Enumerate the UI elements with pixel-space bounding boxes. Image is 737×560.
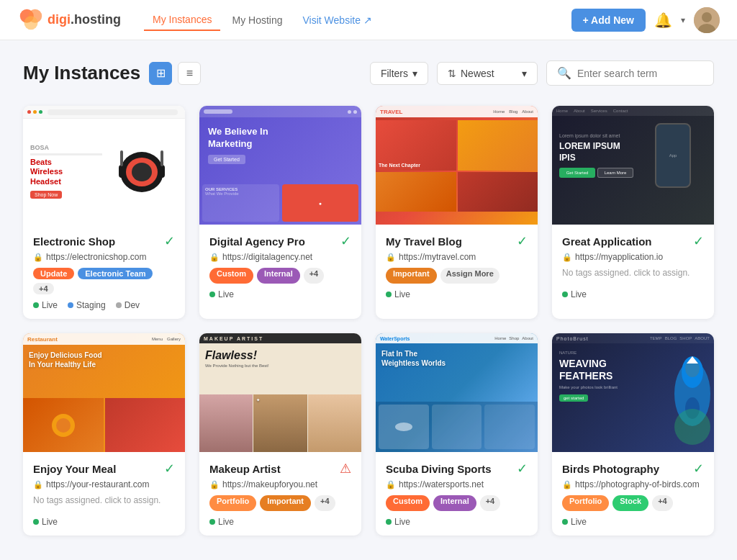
lock-icon: 🔒 (33, 253, 43, 262)
bell-icon[interactable]: 🔔 (654, 12, 672, 29)
chevron-down-icon[interactable]: ▾ (681, 15, 685, 25)
card-thumbnail: MAKEUP ARTIST Flawless! We Provide Nothi… (199, 333, 361, 452)
add-new-button[interactable]: + Add New (571, 9, 646, 32)
instance-card-electronic-shop[interactable]: BOSA BeatsWirelessHeadset Shop Now (23, 106, 185, 319)
card-title: Enjoy Your Meal (33, 463, 116, 475)
tag-internal[interactable]: Internal (257, 268, 300, 284)
logo[interactable]: digi.hosting (17, 6, 121, 34)
tag-internal[interactable]: Internal (433, 495, 476, 511)
status-live: Live (386, 289, 410, 299)
card-url[interactable]: 🔒 https://photography-of-birds.com (562, 479, 704, 489)
svg-rect-9 (119, 165, 125, 178)
status-live: Live (386, 517, 410, 527)
card-body: Digital Agency Pro ✓ 🔒 https://digitalag… (199, 225, 361, 308)
status-live: Live (209, 289, 234, 299)
instance-card-great-application[interactable]: HomeAboutServicesContact Lorem ipsum dol… (552, 106, 714, 319)
instance-card-makeup-artist[interactable]: MAKEUP ARTIST Flawless! We Provide Nothi… (199, 333, 361, 536)
view-toggle: ⊞ ≡ (149, 62, 201, 85)
tags-container: ImportantAssign More (386, 268, 528, 284)
url-text: https://photography-of-birds.com (575, 479, 700, 489)
card-body: Electronic Shop ✓ 🔒 https://electronicsh… (23, 225, 185, 319)
tag-more[interactable]: +4 (33, 283, 54, 294)
status-row: Live (209, 517, 351, 527)
verified-icon: ✓ (164, 233, 175, 249)
svg-rect-10 (159, 165, 165, 178)
card-body: Scuba Diving Sports ✓ 🔒 https://waterspo… (376, 452, 538, 536)
instance-card-birds-photography[interactable]: PhotoBrust TEMPBLOGSHOPABOUT NATURE WEAV… (552, 333, 714, 536)
logo-text: digi.hosting (48, 12, 121, 27)
card-url[interactable]: 🔒 https://digitalagency.net (209, 252, 351, 262)
tag-important[interactable]: Important (260, 495, 311, 511)
tag-more-text[interactable]: Assign More (440, 268, 499, 284)
tag-electronic-team[interactable]: Electronic Team (78, 268, 153, 279)
status-dot-live (562, 519, 568, 525)
instance-card-enjoy-your-meal[interactable]: Restaurant MenuGallery Enjoy Delicious F… (23, 333, 185, 536)
grid-icon: ⊞ (156, 66, 166, 80)
instances-grid: BOSA BeatsWirelessHeadset Shop Now (23, 106, 714, 536)
card-url[interactable]: 🔒 https://watersports.net (386, 479, 528, 489)
svg-rect-12 (160, 150, 163, 166)
lock-icon: 🔒 (386, 253, 396, 262)
no-tags-label: No tags assigned. click to assign. (562, 268, 689, 284)
list-icon: ≡ (186, 67, 193, 80)
tag-portfolio[interactable]: Portfolio (562, 495, 609, 511)
tag-custom[interactable]: Custom (209, 268, 253, 284)
grid-view-button[interactable]: ⊞ (149, 62, 172, 85)
nav-my-instances[interactable]: My Instances (144, 9, 220, 31)
verified-icon: ✓ (517, 461, 528, 477)
lock-icon: 🔒 (33, 480, 43, 489)
svg-rect-11 (120, 150, 123, 166)
card-url[interactable]: 🔒 https://myapplication.io (562, 252, 704, 262)
card-thumbnail: TRAVEL HomeBlogAbout The Next Chapter (376, 106, 538, 225)
sort-dropdown[interactable]: ⇅ Newest ▾ (437, 62, 538, 85)
tag-more[interactable]: +4 (652, 495, 673, 511)
card-title-row: Great Application ✓ (562, 233, 704, 249)
tag-update[interactable]: Update (33, 268, 74, 279)
tag-more[interactable]: +4 (315, 495, 335, 511)
card-url[interactable]: 🔒 https://electronicshop.com (33, 252, 175, 262)
svg-point-8 (132, 163, 152, 181)
instance-card-scuba-diving-sports[interactable]: WaterSports HomeShopAbout Flat In TheWei… (376, 333, 538, 536)
url-text: https://digitalagency.net (222, 252, 312, 262)
tag-stock[interactable]: Stock (612, 495, 648, 511)
tags-container: No tags assigned. click to assign. (562, 268, 704, 284)
instance-card-digital-agency-pro[interactable]: We Believe InMarketing Get Started OUR S… (199, 106, 361, 319)
tag-custom[interactable]: Custom (386, 495, 430, 511)
card-title: Great Application (562, 235, 651, 248)
filter-chevron-icon: ▾ (412, 68, 417, 79)
sort-arrows-icon: ⇅ (448, 68, 456, 79)
card-title-row: Electronic Shop ✓ (33, 233, 175, 249)
url-text: https://watersports.net (399, 479, 484, 489)
page-title-section: My Instances ⊞ ≡ (23, 62, 201, 85)
filters-button[interactable]: Filters ▾ (370, 62, 428, 85)
tag-portfolio[interactable]: Portfolio (209, 495, 256, 511)
card-title-row: Makeup Artist ⚠ (209, 461, 351, 477)
page-title: My Instances (23, 62, 140, 84)
nav-my-hosting[interactable]: My Hosting (223, 10, 291, 30)
avatar[interactable] (694, 7, 720, 33)
card-url[interactable]: 🔒 https://mytravel.com (386, 252, 528, 262)
search-input[interactable] (577, 68, 703, 79)
svg-point-14 (56, 418, 71, 433)
tag-important[interactable]: Important (386, 268, 437, 284)
tag-more[interactable]: +4 (304, 268, 325, 284)
card-body: Enjoy Your Meal ✓ 🔒 https://your-restaur… (23, 452, 185, 536)
card-url[interactable]: 🔒 https://your-restaurant.com (33, 479, 175, 489)
url-text: https://your-restaurant.com (46, 479, 149, 489)
status-dot-live (209, 292, 215, 297)
card-body: My Travel Blog ✓ 🔒 https://mytravel.com … (376, 225, 538, 308)
status-dev: Dev (116, 300, 140, 310)
status-dot-live (33, 519, 39, 525)
status-row: Live Staging Dev (33, 300, 175, 310)
lock-icon: 🔒 (209, 480, 220, 489)
nav-visit-website[interactable]: Visit Website ↗ (294, 10, 381, 30)
tags-container: UpdateElectronic Team+4 (33, 268, 175, 294)
main-nav: My Instances My Hosting Visit Website ↗ (144, 9, 381, 31)
instance-card-my-travel-blog[interactable]: TRAVEL HomeBlogAbout The Next Chapter My… (376, 106, 538, 319)
card-thumbnail: PhotoBrust TEMPBLOGSHOPABOUT NATURE WEAV… (552, 333, 714, 452)
card-thumbnail: We Believe InMarketing Get Started OUR S… (199, 106, 361, 225)
tag-more[interactable]: +4 (480, 495, 501, 511)
card-url[interactable]: 🔒 https://makeupforyou.net (209, 479, 351, 489)
status-dot-live (386, 292, 392, 297)
list-view-button[interactable]: ≡ (178, 62, 201, 85)
